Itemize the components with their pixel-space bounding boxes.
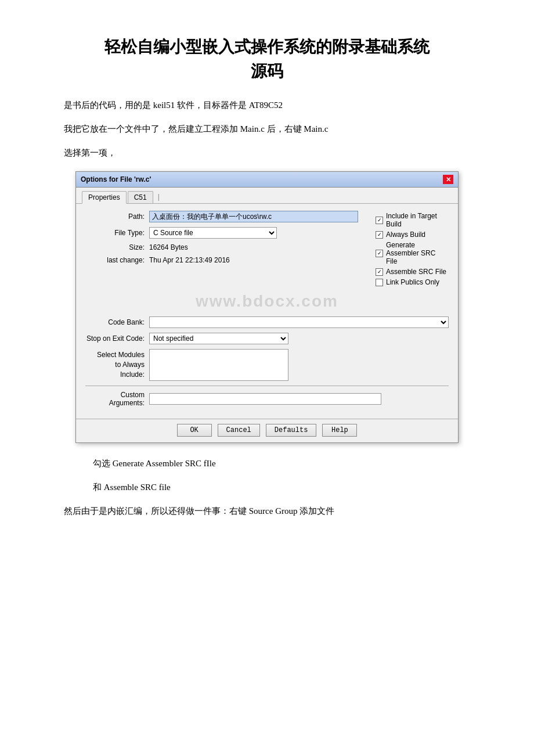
size-value: 16264 Bytes (149, 243, 358, 251)
tab-separator: | (154, 191, 163, 203)
custom-args-label: Custom Arguments: (85, 391, 149, 407)
tab-c51[interactable]: C51 (128, 191, 153, 203)
last-change-value: Thu Apr 21 22:13:49 2016 (149, 256, 358, 264)
checkbox-assemble-src-box[interactable] (376, 268, 383, 276)
last-change-label: last change: (85, 256, 149, 264)
dialog-two-column: Path: File Type: C Source file Size: 162… (85, 211, 449, 286)
checkbox-generate-assembler: Generate Assembler SRC File (376, 241, 449, 265)
tab-properties[interactable]: Properties (82, 191, 127, 204)
code-bank-row: Code Bank: (85, 316, 449, 328)
dialog-separator (85, 386, 449, 386)
stop-on-exit-label: Stop on Exit Code: (85, 334, 149, 343)
size-label: Size: (85, 243, 149, 251)
dialog-body: Path: File Type: C Source file Size: 162… (76, 204, 458, 419)
path-label: Path: (85, 213, 149, 221)
select-modules-row: Select Modulesto AlwaysInclude: (85, 349, 449, 381)
file-type-select-wrapper: C Source file (149, 227, 277, 239)
path-input[interactable] (149, 211, 358, 222)
cancel-button[interactable]: Cancel (218, 424, 260, 437)
path-row: Path: (85, 211, 358, 222)
checkbox-assemble-src: Assemble SRC File (376, 268, 449, 276)
paragraph-6: 然后由于是内嵌汇编，所以还得做一件事：右键 Source Group 添加文件 (46, 503, 488, 519)
checkbox-always-build-box[interactable] (376, 231, 383, 239)
checkbox-generate-assembler-box[interactable] (376, 250, 383, 257)
checkbox-always-build: Always Build (376, 231, 449, 239)
checkbox-include-target-label: Include in Target Build (386, 212, 449, 228)
watermark-area: www.bdocx.com (85, 286, 449, 316)
checkbox-include-target-box[interactable] (376, 217, 383, 224)
dialog-buttons: OK Cancel Defaults Help (76, 419, 458, 442)
watermark-text: www.bdocx.com (196, 292, 338, 311)
dialog-window: Options for File 'rw.c' ✕ Properties C51… (75, 171, 459, 443)
file-type-label: File Type: (85, 229, 149, 237)
checkbox-link-publics-label: Link Publics Only (386, 278, 439, 286)
checkbox-assemble-src-label: Assemble SRC File (386, 268, 446, 276)
last-change-row: last change: Thu Apr 21 22:13:49 2016 (85, 256, 358, 264)
stop-on-exit-row: Stop on Exit Code: Not specified (85, 333, 449, 344)
checkbox-include-target: Include in Target Build (376, 212, 449, 228)
size-row: Size: 16264 Bytes (85, 243, 358, 251)
custom-args-row: Custom Arguments: (85, 391, 449, 407)
code-bank-select[interactable] (149, 316, 449, 328)
file-type-row: File Type: C Source file (85, 227, 358, 239)
checkbox-link-publics: Link Publics Only (376, 278, 449, 286)
select-modules-box[interactable] (149, 349, 288, 381)
dialog-titlebar: Options for File 'rw.c' ✕ (76, 172, 458, 188)
paragraph-2: 我把它放在一个文件中了，然后建立工程添加 Main.c 后，右键 Main.c (46, 121, 488, 137)
page-title: 轻松自编小型嵌入式操作系统的附录基础系统 源码 (46, 35, 488, 84)
checkbox-generate-assembler-label: Generate Assembler SRC File (386, 241, 449, 265)
paragraph-5: 和 Assemble SRC file (46, 480, 488, 495)
custom-args-input[interactable] (149, 393, 381, 405)
dialog-left-column: Path: File Type: C Source file Size: 162… (85, 211, 358, 269)
checkbox-always-build-label: Always Build (386, 231, 425, 239)
ok-button[interactable]: OK (177, 424, 212, 437)
dialog-right-column: Include in Target Build Always Build Gen… (358, 211, 449, 286)
help-button[interactable]: Help (322, 424, 357, 437)
paragraph-3: 选择第一项， (46, 145, 488, 161)
stop-on-exit-select[interactable]: Not specified (149, 333, 288, 344)
code-bank-label: Code Bank: (85, 318, 149, 326)
defaults-button[interactable]: Defaults (266, 424, 317, 437)
select-modules-label: Select Modulesto AlwaysInclude: (85, 349, 149, 379)
checkbox-panel: Include in Target Build Always Build Gen… (376, 212, 449, 286)
file-type-select[interactable]: C Source file (149, 227, 277, 239)
checkbox-link-publics-box[interactable] (376, 279, 383, 286)
paragraph-1: 是书后的代码，用的是 keil51 软件，目标器件是 AT89C52 (46, 98, 488, 113)
dialog-close-button[interactable]: ✕ (443, 175, 453, 184)
paragraph-4: 勾选 Generate Assembler SRC fIle (46, 456, 488, 471)
dialog-title: Options for File 'rw.c' (81, 175, 151, 183)
dialog-tabs: Properties C51 | (76, 188, 458, 204)
